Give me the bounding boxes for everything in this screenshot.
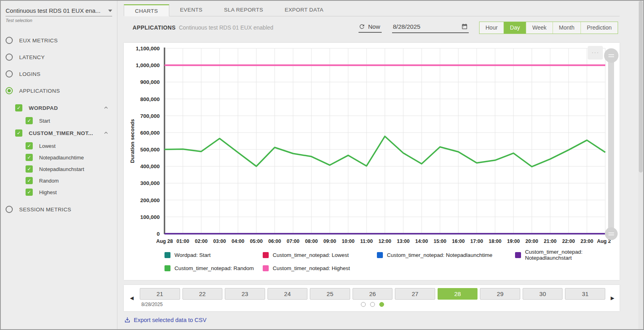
sidebar-group-custom-timer-not[interactable]: ✓CUSTOM_TIMER_NOT... (15, 129, 111, 137)
sidebar-item-session-metrics[interactable]: SESSION METRICS (6, 205, 112, 213)
collapse-chevron-icon[interactable] (103, 130, 109, 137)
legend-swatch (164, 265, 170, 271)
chart-legend: Wordpad: StartCustom_timer_notepad: Lowe… (124, 249, 620, 271)
day-button-27[interactable]: 27 (395, 288, 435, 300)
sidebar-item-latency[interactable]: LATENCY (6, 53, 112, 61)
day-button-23[interactable]: 23 (225, 288, 265, 300)
sidebar-metric-highest[interactable]: ✓Highest (26, 189, 111, 196)
tab-charts[interactable]: CHARTS (124, 4, 169, 16)
sidebar-metric-notepadlaunchtime[interactable]: ✓Notepadlaunchtime (26, 154, 111, 161)
day-button-22[interactable]: 22 (182, 288, 223, 300)
radio-icon (6, 87, 13, 94)
svg-text:10:00: 10:00 (342, 239, 355, 244)
sidebar-metric-notepadlaunchstart[interactable]: ✓Notepadlaunchstart (26, 165, 111, 173)
checkbox-checked-icon[interactable]: ✓ (26, 154, 33, 161)
sidebar-item-applications[interactable]: APPLICATIONS (6, 87, 112, 95)
sidebar-item-eux-metrics[interactable]: EUX METRICS (6, 36, 112, 44)
sidebar-metric-lowest[interactable]: ✓Lowest (26, 142, 111, 149)
main-area: CHARTSEVENTSSLA REPORTSEXPORT DATA APPLI… (117, 1, 643, 329)
page-scrollbar-thumb[interactable] (639, 1, 643, 173)
checkbox-checked-icon[interactable]: ✓ (15, 129, 22, 137)
svg-text:1,000,000: 1,000,000 (136, 62, 160, 68)
svg-text:15:00: 15:00 (434, 239, 446, 244)
radio-icon (6, 70, 13, 78)
legend-swatch (515, 252, 521, 258)
svg-text:21:00: 21:00 (544, 239, 557, 244)
legend-item-custom-timer-notepad-lowest[interactable]: Custom_timer_notepad: Lowest (263, 249, 377, 261)
test-selection-dropdown[interactable]: Continuous test RDS 01 EUX ena... (6, 7, 112, 16)
sidebar-metric-start[interactable]: ✓Start (26, 117, 111, 124)
svg-text:01:00: 01:00 (176, 239, 189, 244)
now-label: Now (368, 23, 380, 30)
range-button-month[interactable]: Month (553, 22, 581, 34)
chart-panel: 0100,000200,000300,000400,000500,000600,… (124, 43, 620, 280)
svg-text:0: 0 (157, 231, 160, 237)
next-page-arrow[interactable]: ▶ (605, 285, 620, 311)
range-button-prediction[interactable]: Prediction (581, 22, 618, 34)
chart-menu-button[interactable]: ··· (588, 46, 603, 60)
export-csv-label: Export selected data to CSV (134, 317, 206, 323)
section-title: APPLICATIONS (133, 24, 176, 31)
test-selection-value: Continuous test RDS 01 EUX ena... (6, 7, 101, 14)
prev-page-arrow[interactable]: ◀ (124, 285, 140, 311)
svg-text:600,000: 600,000 (140, 130, 160, 136)
collapse-chevron-icon[interactable] (103, 105, 109, 112)
day-button-24[interactable]: 24 (268, 288, 308, 300)
legend-item-custom-timer-notepad-random[interactable]: Custom_timer_notepad: Random (164, 265, 263, 271)
sidebar-metric-label: Random (39, 178, 59, 184)
pagination-dot-1[interactable] (361, 302, 366, 307)
pagination-dot-3[interactable] (379, 302, 384, 307)
range-button-week[interactable]: Week (526, 22, 553, 34)
pagination-dot-2[interactable] (370, 302, 375, 307)
now-button[interactable]: Now (359, 22, 382, 33)
sidebar-metric-random[interactable]: ✓Random (26, 177, 111, 184)
checkbox-checked-icon[interactable]: ✓ (26, 189, 33, 196)
svg-text:900,000: 900,000 (140, 79, 160, 85)
sidebar-item-label: SESSION METRICS (19, 207, 71, 213)
sidebar-metric-label: Notepadlaunchtime (39, 155, 84, 161)
svg-text:300,000: 300,000 (140, 180, 160, 186)
day-button-31[interactable]: 31 (565, 288, 605, 300)
checkbox-checked-icon[interactable]: ✓ (15, 104, 22, 111)
duration-line-chart: 0100,000200,000300,000400,000500,000600,… (128, 43, 611, 247)
day-button-30[interactable]: 30 (523, 288, 563, 300)
legend-item-custom-timer-notepad-notepadlaunchtime[interactable]: Custom_timer_notepad: Notepadlaunchtime (377, 249, 515, 261)
svg-text:23:00: 23:00 (581, 239, 593, 244)
dropdown-caret-icon (108, 10, 112, 12)
legend-item-wordpad-start[interactable]: Wordpad: Start (164, 249, 263, 261)
svg-text:Duration seconds: Duration seconds (129, 119, 135, 163)
sidebar: Continuous test RDS 01 EUX ena... Test s… (1, 1, 117, 329)
day-button-25[interactable]: 25 (310, 288, 350, 300)
svg-text:12:00: 12:00 (378, 239, 391, 244)
day-button-28[interactable]: 28 (438, 288, 478, 300)
sidebar-group-wordpad[interactable]: ✓WORDPAD (15, 103, 111, 112)
range-button-day[interactable]: Day (503, 22, 526, 34)
checkbox-checked-icon[interactable]: ✓ (26, 117, 33, 124)
export-csv-link[interactable]: Export selected data to CSV (124, 316, 206, 324)
day-button-26[interactable]: 26 (353, 288, 393, 300)
day-button-21[interactable]: 21 (140, 288, 180, 300)
legend-item-custom-timer-notepad-notepadlaunchstart[interactable]: Custom_timer_notepad: Notepadlaunchstart (515, 249, 620, 261)
checkbox-checked-icon[interactable]: ✓ (26, 177, 33, 184)
slider-handle-top[interactable] (604, 48, 618, 63)
legend-swatch (164, 252, 170, 258)
checkbox-checked-icon[interactable]: ✓ (26, 142, 33, 149)
svg-text:200,000: 200,000 (140, 197, 160, 203)
tab-events[interactable]: EVENTS (169, 4, 213, 16)
day-strip-main: 2122232425262728293031 8/28/2025 (140, 285, 605, 311)
sidebar-metric-label: Lowest (39, 143, 55, 149)
svg-text:100,000: 100,000 (140, 214, 160, 220)
svg-text:22:00: 22:00 (562, 239, 575, 244)
tab-export-data[interactable]: EXPORT DATA (274, 4, 334, 16)
legend-item-custom-timer-notepad-highest[interactable]: Custom_timer_notepad: Highest (263, 265, 377, 271)
range-button-hour[interactable]: Hour (480, 22, 503, 34)
legend-label: Wordpad: Start (174, 252, 211, 258)
date-input[interactable]: 8/28/2025 (392, 22, 469, 33)
legend-label: Custom_timer_notepad: Random (174, 265, 254, 271)
slider-track[interactable] (608, 52, 614, 232)
day-button-29[interactable]: 29 (480, 288, 520, 300)
slider-handle-bottom[interactable] (605, 227, 618, 240)
tab-sla-reports[interactable]: SLA REPORTS (213, 4, 274, 16)
sidebar-item-logins[interactable]: LOGINS (6, 70, 112, 78)
checkbox-checked-icon[interactable]: ✓ (26, 165, 33, 173)
